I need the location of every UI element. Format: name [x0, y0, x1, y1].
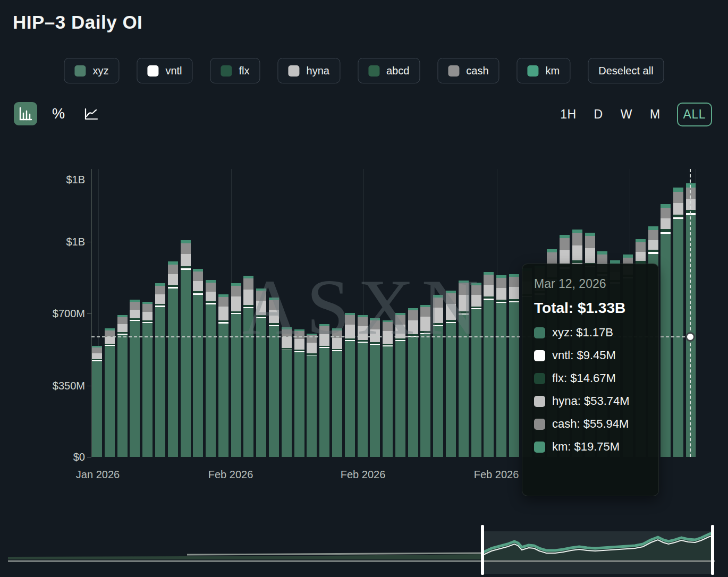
bar-segment-xyz [282, 350, 292, 457]
stacked-bar[interactable] [319, 324, 329, 457]
tooltip-rows: xyz: $1.17Bvntl: $9.45Mflx: $14.67Mhyna:… [534, 326, 647, 454]
bar-segment-cash [218, 297, 228, 307]
legend-item-abcd[interactable]: abcd [358, 58, 420, 83]
legend-item-xyz[interactable]: xyz [64, 58, 119, 83]
y-axis-label: $0 [73, 451, 85, 463]
tooltip-row-cash: cash: $55.94M [534, 417, 647, 431]
bar-segment-xyz [408, 337, 418, 457]
tooltip-row-label: km: $19.75M [552, 440, 620, 454]
bar-segment-hyna [358, 326, 368, 340]
bar-segment-cash [446, 293, 456, 304]
legend-item-hyna[interactable]: hyna [278, 58, 340, 83]
bar-segment-xyz [383, 346, 393, 457]
bar-segment-hyna [294, 339, 304, 350]
stacked-bar[interactable] [269, 298, 279, 457]
bar-segment-xyz [155, 307, 165, 457]
bar-segment-hyna [218, 307, 228, 320]
stacked-bar[interactable] [509, 274, 519, 457]
bar-segment-xyz [117, 335, 128, 457]
bar-segment-cash [597, 254, 607, 264]
bar-segment-cash [686, 188, 696, 199]
bar-segment-cash [142, 304, 153, 312]
bar-segment-xyz [332, 351, 342, 457]
stacked-bar[interactable] [661, 204, 671, 457]
time-range-m[interactable]: M [649, 105, 662, 124]
flx-color-swatch [221, 65, 232, 77]
stacked-bar[interactable] [420, 305, 430, 457]
stacked-bar[interactable] [130, 300, 140, 457]
bar-segment-cash [256, 291, 266, 301]
legend-item-vntl[interactable]: vntl [137, 58, 192, 83]
bar-segment-xyz [496, 303, 506, 457]
stacked-bar[interactable] [181, 240, 191, 457]
time-range-d[interactable]: D [593, 105, 604, 124]
stacked-bar[interactable] [256, 288, 266, 457]
stacked-bar[interactable] [433, 295, 443, 457]
line-chart-toggle-button[interactable] [80, 102, 103, 125]
stacked-bar[interactable] [231, 283, 241, 457]
legend-item-km[interactable]: km [517, 58, 571, 83]
stacked-bar[interactable] [446, 291, 456, 457]
bar-segment-hyna [181, 254, 191, 266]
stacked-bar[interactable] [686, 183, 696, 457]
stacked-bar[interactable] [155, 283, 165, 457]
stacked-bar[interactable] [370, 318, 380, 457]
stacked-bar[interactable] [193, 269, 203, 457]
brush-handle-right[interactable] [711, 525, 714, 575]
time-range-all[interactable]: ALL [677, 103, 712, 126]
tooltip-row-km: km: $19.75M [534, 440, 647, 454]
stacked-bar[interactable] [105, 328, 115, 457]
bar-segment-hyna [117, 324, 128, 332]
stacked-bar[interactable] [496, 275, 506, 457]
bar-segment-xyz [319, 348, 329, 457]
stacked-bar[interactable] [282, 327, 292, 457]
stacked-bar[interactable] [408, 308, 418, 457]
y-axis-label: $1B [66, 236, 85, 248]
stacked-bar[interactable] [332, 328, 342, 457]
bar-segment-cash [572, 233, 582, 246]
bar-chart-toggle-button[interactable] [14, 102, 37, 125]
deselect-all-button[interactable]: Deselect all [588, 58, 664, 83]
km-color-swatch [528, 65, 539, 77]
brush-handle-left[interactable] [481, 525, 484, 575]
bar-segment-hyna [231, 296, 241, 311]
stacked-bar[interactable] [345, 313, 355, 457]
stacked-bar[interactable] [142, 302, 153, 457]
time-range-w[interactable]: W [620, 105, 633, 124]
stacked-bar[interactable] [206, 280, 216, 457]
stacked-bar[interactable] [484, 272, 494, 457]
bar-segment-hyna [636, 252, 646, 261]
stacked-bar[interactable] [294, 329, 304, 457]
stacked-bar[interactable] [168, 261, 178, 457]
bar-segment-xyz [446, 323, 456, 457]
stacked-bar[interactable] [459, 281, 469, 457]
percent-icon: % [52, 106, 65, 122]
stacked-bar[interactable] [92, 346, 102, 457]
hyna-color-swatch [534, 396, 545, 407]
bar-segment-cash [673, 192, 683, 203]
bar-segment-cash [459, 283, 469, 295]
stacked-bar[interactable] [395, 313, 405, 457]
stacked-bar[interactable] [383, 320, 393, 457]
stacked-bar[interactable] [471, 283, 481, 457]
vntl-color-swatch [147, 65, 158, 77]
stacked-bar[interactable] [243, 276, 253, 457]
legend-item-flx[interactable]: flx [210, 58, 260, 83]
stacked-bar[interactable] [673, 188, 683, 457]
time-range-1h[interactable]: 1H [559, 105, 577, 124]
stacked-bar[interactable] [307, 334, 317, 457]
stacked-bar[interactable] [218, 294, 228, 457]
bar-segment-cash [636, 242, 646, 252]
chart-tooltip: Mar 12, 2026 Total: $1.33B xyz: $1.17Bvn… [522, 264, 659, 496]
legend-item-label: vntl [165, 65, 182, 77]
bar-segment-xyz [509, 302, 519, 457]
bar-segment-hyna [673, 203, 683, 214]
percent-toggle-button[interactable]: % [47, 102, 70, 125]
bar-segment-hyna [585, 248, 595, 262]
tooltip-row-vntl: vntl: $9.45M [534, 349, 647, 362]
legend-item-label: hyna [307, 65, 329, 77]
bar-segment-cash [155, 286, 165, 294]
legend-item-cash[interactable]: cash [437, 58, 499, 83]
range-navigator[interactable] [0, 521, 728, 577]
bar-segment-cash [358, 317, 368, 326]
